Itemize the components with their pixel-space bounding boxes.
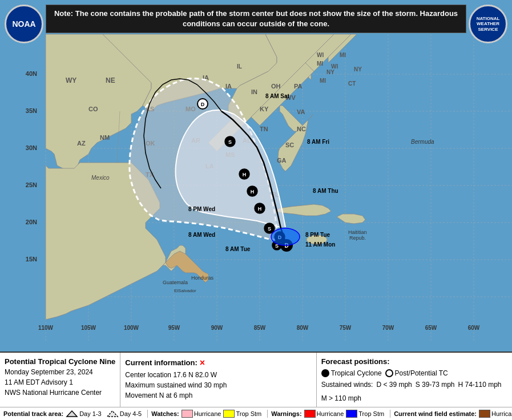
movement: Movement N at 6 mph bbox=[125, 390, 311, 401]
svg-text:8 AM Sat: 8 AM Sat bbox=[265, 93, 290, 99]
hurricane-warn-label: Hurricane bbox=[317, 410, 344, 417]
warnings-legend: Warnings: Hurricane Trop Stm bbox=[268, 410, 390, 418]
svg-text:WI: WI bbox=[317, 52, 324, 58]
svg-text:8 AM Fri: 8 AM Fri bbox=[307, 139, 329, 145]
svg-text:8 AM Wed: 8 AM Wed bbox=[188, 232, 215, 238]
svg-text:8 PM Tue: 8 PM Tue bbox=[305, 232, 330, 238]
watches-legend: Watches: Hurricane Trop Stm bbox=[148, 410, 268, 418]
svg-text:MI: MI bbox=[317, 60, 323, 67]
svg-text:20N: 20N bbox=[26, 219, 37, 225]
hurricane-watch-label: Hurricane bbox=[194, 410, 221, 417]
tc-label: Tropical Cyclone bbox=[331, 368, 382, 378]
svg-text:TN: TN bbox=[260, 126, 268, 132]
svg-text:15N: 15N bbox=[26, 256, 37, 262]
forecast-title: Forecast positions: bbox=[321, 356, 507, 368]
svg-text:Mexico: Mexico bbox=[91, 175, 110, 181]
svg-text:MI: MI bbox=[340, 52, 346, 58]
svg-text:NY: NY bbox=[326, 69, 334, 75]
svg-text:NC: NC bbox=[297, 126, 306, 132]
svg-text:35N: 35N bbox=[26, 107, 37, 114]
svg-text:65W: 65W bbox=[425, 325, 437, 331]
svg-text:S: S bbox=[228, 139, 232, 145]
info-top: Potential Tropical Cyclone Nine Monday S… bbox=[0, 353, 512, 408]
hurricane-field-box bbox=[479, 410, 490, 418]
map-svg: 40N 35N 30N 25N 20N 15N 110W 105W 100W 9… bbox=[0, 0, 512, 342]
storm-advisory: 11 AM EDT Advisory 1 bbox=[5, 377, 115, 387]
forecast-positions: Forecast positions: Tropical Cyclone Pos… bbox=[317, 353, 512, 407]
svg-text:SC: SC bbox=[285, 142, 294, 148]
storm-info: Potential Tropical Cyclone Nine Monday S… bbox=[0, 353, 120, 407]
watches-title: Watches: bbox=[151, 410, 179, 417]
svg-text:75W: 75W bbox=[340, 325, 352, 331]
svg-text:KY: KY bbox=[260, 106, 269, 112]
hurricane-warn-box bbox=[304, 410, 316, 418]
svg-text:110W: 110W bbox=[38, 325, 54, 331]
svg-text:IN: IN bbox=[251, 88, 257, 95]
svg-text:IA: IA bbox=[225, 83, 232, 90]
svg-text:Honduras: Honduras bbox=[191, 275, 214, 281]
svg-text:NM: NM bbox=[100, 134, 110, 141]
tropstm-warn-box bbox=[346, 410, 357, 418]
svg-text:Bermuda: Bermuda bbox=[411, 139, 434, 145]
svg-text:VA: VA bbox=[297, 108, 305, 115]
tropstm-watch-label: Trop Stm bbox=[236, 410, 261, 417]
info-panel: Potential Tropical Cyclone Nine Monday S… bbox=[0, 352, 512, 421]
svg-text:NY: NY bbox=[354, 66, 362, 72]
svg-text:H: H bbox=[258, 206, 262, 212]
x-mark: × bbox=[200, 356, 205, 370]
noaa-logo: NOAA bbox=[5, 5, 43, 43]
svg-text:WY: WY bbox=[66, 76, 76, 84]
nws-logo: NATIONAL WEATHER SERVICE bbox=[469, 5, 507, 43]
note-bar: Note: The cone contains the probable pat… bbox=[46, 5, 466, 33]
wind-field-title: Current wind field estimate: bbox=[394, 410, 477, 417]
svg-text:60W: 60W bbox=[468, 325, 480, 331]
svg-text:CO: CO bbox=[88, 106, 98, 112]
tropstm-warn-legend: Trop Stm bbox=[346, 410, 384, 418]
center-location: Center location 17.6 N 82.0 W bbox=[125, 370, 311, 380]
track-area-title: Potential track area: bbox=[3, 410, 63, 417]
hurricane-field-label: Hurricane bbox=[491, 410, 512, 417]
svg-text:8 AM Thu: 8 AM Thu bbox=[313, 188, 338, 194]
svg-point-113 bbox=[271, 228, 300, 245]
svg-text:MI: MI bbox=[320, 78, 326, 84]
current-info: Current information: × Center location 1… bbox=[120, 353, 316, 407]
svg-text:8 PM Wed: 8 PM Wed bbox=[188, 206, 215, 212]
storm-date: Monday September 23, 2024 bbox=[5, 367, 115, 377]
svg-text:100W: 100W bbox=[124, 325, 139, 331]
svg-text:NE: NE bbox=[106, 76, 115, 84]
track-area-legend: Potential track area: Day 1-3 Day 4-5 bbox=[0, 410, 148, 418]
hurricane-watch-box bbox=[182, 410, 193, 418]
svg-text:11 AM Mon: 11 AM Mon bbox=[305, 241, 335, 248]
current-info-title: Current information: bbox=[125, 357, 197, 369]
day1-3-label: Day 1-3 bbox=[79, 410, 102, 417]
post-tc-label: Post/Potential TC bbox=[395, 368, 448, 378]
svg-text:40N: 40N bbox=[26, 70, 37, 77]
svg-text:GA: GA bbox=[277, 157, 287, 164]
svg-text:85W: 85W bbox=[254, 325, 266, 331]
warnings-title: Warnings: bbox=[271, 410, 301, 417]
day1-3-legend: Day 1-3 bbox=[66, 410, 102, 418]
svg-text:ElSalvador: ElSalvador bbox=[174, 288, 196, 293]
storm-name: Potential Tropical Cyclone Nine bbox=[5, 356, 115, 368]
svg-text:PA: PA bbox=[294, 83, 303, 90]
d-range: D < 39 mph bbox=[376, 379, 412, 390]
sustained-winds-label: Sustained winds: bbox=[321, 379, 373, 390]
noaa-text: NOAA bbox=[12, 19, 35, 29]
day4-5-legend: Day 4-5 bbox=[106, 410, 142, 418]
svg-text:Repub.: Repub. bbox=[349, 235, 366, 241]
svg-text:H: H bbox=[251, 189, 255, 195]
svg-text:8 AM Tue: 8 AM Tue bbox=[225, 246, 251, 252]
svg-text:IL: IL bbox=[237, 63, 242, 70]
svg-text:80W: 80W bbox=[297, 325, 309, 331]
h-range: H 74-110 mph bbox=[458, 379, 502, 390]
svg-text:30N: 30N bbox=[26, 144, 37, 151]
svg-text:OH: OH bbox=[271, 83, 281, 90]
legend-bar: Potential track area: Day 1-3 Day 4-5 Wa… bbox=[0, 407, 512, 420]
svg-text:90W: 90W bbox=[211, 325, 223, 331]
svg-text:AZ: AZ bbox=[77, 140, 86, 147]
svg-text:70W: 70W bbox=[382, 325, 394, 331]
svg-text:CT: CT bbox=[348, 80, 356, 87]
max-wind: Maximum sustained wind 30 mph bbox=[125, 380, 311, 390]
svg-text:H: H bbox=[243, 172, 247, 177]
hurricane-watch-legend: Hurricane bbox=[182, 410, 221, 418]
